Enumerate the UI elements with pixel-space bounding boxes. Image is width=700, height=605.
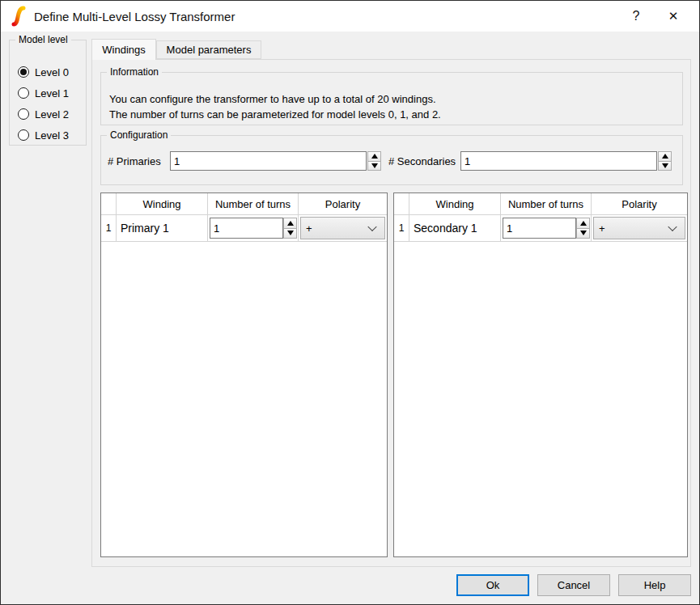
table-header-row: Winding Number of turns Polarity: [394, 193, 687, 215]
table-row: 1 Primary 1 +: [101, 215, 387, 242]
triangle-up-icon: [371, 154, 378, 159]
cancel-button[interactable]: Cancel: [537, 574, 610, 596]
header-polarity: Polarity: [591, 193, 687, 214]
titlebar-help-button[interactable]: ?: [623, 3, 649, 29]
winding-cell[interactable]: Secondary 1: [409, 215, 500, 241]
radio-button-icon: [18, 87, 29, 99]
secondaries-input[interactable]: [460, 151, 657, 171]
turns-cell: [207, 215, 298, 241]
radio-button-icon: [18, 129, 29, 141]
close-button[interactable]: ✕: [660, 3, 686, 29]
triangle-down-icon: [371, 163, 378, 168]
configuration-group: Configuration # Primaries # Secondaries: [100, 135, 683, 185]
spin-up-button[interactable]: [283, 218, 297, 229]
header-number-of-turns: Number of turns: [207, 193, 298, 214]
tab-label: Windings: [102, 44, 145, 56]
winding-cell[interactable]: Primary 1: [116, 215, 207, 241]
triangle-down-icon: [580, 231, 587, 235]
tab-windings[interactable]: Windings: [91, 39, 156, 60]
window-title: Define Multi-Level Lossy Transformer: [34, 10, 235, 23]
spin-down-button[interactable]: [576, 228, 590, 239]
turns-input[interactable]: [503, 218, 576, 239]
radio-level-2[interactable]: Level 2: [18, 106, 69, 122]
spin-down-button[interactable]: [283, 228, 297, 239]
spin-down-button[interactable]: [658, 161, 672, 171]
polarity-select[interactable]: +: [593, 217, 685, 239]
chevron-down-icon: [367, 222, 376, 231]
information-legend: Information: [107, 66, 162, 78]
app-logo-icon: [11, 6, 27, 27]
primaries-label: # Primaries: [108, 155, 161, 167]
model-level-legend: Model level: [15, 34, 71, 45]
primaries-input[interactable]: [170, 151, 367, 171]
radio-label: Level 3: [35, 129, 69, 142]
row-number[interactable]: 1: [101, 215, 116, 241]
secondary-windings-table: Winding Number of turns Polarity 1 Secon…: [393, 192, 688, 557]
row-number[interactable]: 1: [394, 215, 409, 241]
tab-model-parameters[interactable]: Model parameters: [156, 40, 261, 59]
header-number-of-turns: Number of turns: [500, 193, 591, 214]
tab-label: Model parameters: [167, 44, 252, 56]
spin-up-button[interactable]: [576, 218, 590, 229]
information-group: Information You can configure the transf…: [100, 72, 683, 125]
triangle-up-icon: [287, 221, 294, 226]
radio-label: Level 1: [35, 87, 69, 99]
secondaries-label: # Secondaries: [388, 155, 456, 167]
tab-pane: Information You can configure the transf…: [91, 59, 691, 567]
header-winding: Winding: [409, 193, 500, 214]
primaries-spinner: [367, 151, 381, 171]
dialog-window: Define Multi-Level Lossy Transformer ? ✕…: [0, 0, 700, 605]
radio-level-3[interactable]: Level 3: [18, 127, 69, 143]
triangle-down-icon: [287, 231, 294, 235]
chevron-down-icon: [668, 222, 677, 231]
turns-spinner: [283, 218, 297, 239]
radio-button-icon: [18, 66, 29, 78]
table-corner-cell: [101, 193, 116, 214]
model-level-group: Model level Level 0 Level 1 Level 2 Leve…: [9, 40, 87, 146]
triangle-down-icon: [662, 163, 668, 168]
ok-button[interactable]: Ok: [456, 574, 529, 596]
info-line-2: The number of turns can be parameterized…: [109, 108, 441, 121]
polarity-cell: +: [298, 215, 387, 241]
polarity-value: +: [306, 222, 312, 235]
radio-level-0[interactable]: Level 0: [18, 64, 69, 80]
polarity-value: +: [599, 222, 605, 235]
spin-down-button[interactable]: [367, 161, 381, 171]
triangle-up-icon: [662, 154, 668, 159]
polarity-cell: +: [591, 215, 687, 241]
secondaries-spinner: [658, 151, 672, 171]
header-winding: Winding: [116, 193, 207, 214]
turns-spinner: [576, 218, 590, 239]
table-header-row: Winding Number of turns Polarity: [101, 193, 387, 215]
radio-label: Level 0: [35, 66, 69, 78]
table-corner-cell: [394, 193, 409, 214]
primary-windings-table: Winding Number of turns Polarity 1 Prima…: [100, 192, 388, 557]
triangle-up-icon: [580, 221, 587, 226]
radio-button-icon: [18, 108, 29, 120]
radio-label: Level 2: [35, 108, 69, 121]
header-polarity: Polarity: [298, 193, 387, 214]
radio-level-1[interactable]: Level 1: [18, 85, 69, 101]
table-row: 1 Secondary 1 +: [394, 215, 687, 242]
info-line-1: You can configure the transformer to hav…: [109, 93, 436, 105]
title-bar[interactable]: Define Multi-Level Lossy Transformer ? ✕: [1, 1, 699, 32]
help-button[interactable]: Help: [618, 574, 691, 596]
turns-cell: [500, 215, 591, 241]
turns-input[interactable]: [210, 218, 283, 239]
polarity-select[interactable]: +: [300, 217, 385, 239]
configuration-legend: Configuration: [107, 129, 171, 141]
